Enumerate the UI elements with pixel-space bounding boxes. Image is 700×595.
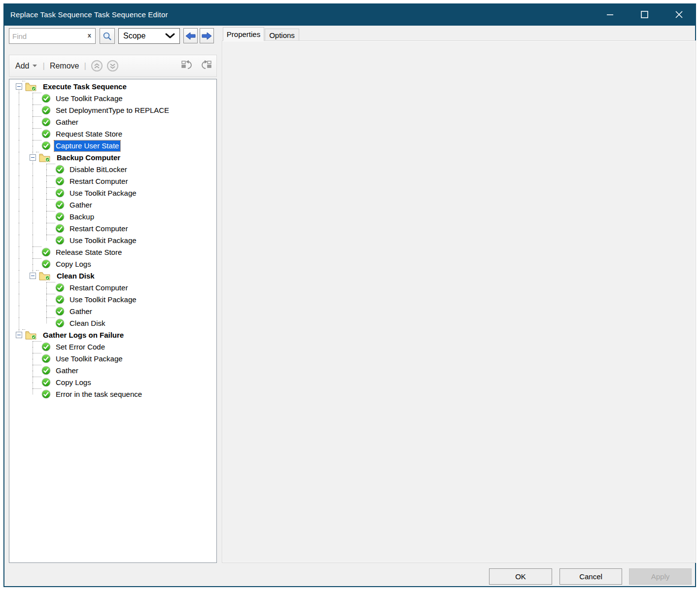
tree-item-label[interactable]: Gather bbox=[68, 200, 94, 210]
expand-toggle-icon[interactable] bbox=[16, 83, 22, 90]
tree-guide-line bbox=[33, 365, 33, 371]
tree-item-label[interactable]: Set DeploymentType to REPLACE bbox=[54, 105, 171, 116]
expand-toggle-icon[interactable] bbox=[16, 332, 22, 338]
tree-item-label[interactable]: Backup bbox=[68, 211, 96, 222]
move-up-button[interactable] bbox=[91, 60, 103, 71]
search-button[interactable] bbox=[100, 28, 115, 44]
tree-group-label[interactable]: Execute Task Sequence bbox=[41, 81, 128, 92]
redo-list-button[interactable] bbox=[199, 59, 212, 73]
tree-item-label[interactable]: Set Error Code bbox=[54, 342, 106, 352]
tree-item-row[interactable]: Restart Computer bbox=[9, 223, 216, 235]
check-circle-icon bbox=[55, 283, 65, 294]
tree-item-row[interactable]: Use Toolkit Package bbox=[9, 353, 216, 365]
cancel-button[interactable]: Cancel bbox=[560, 568, 622, 585]
tree-guide-line bbox=[33, 187, 33, 199]
move-down-button[interactable] bbox=[107, 60, 118, 71]
expand-toggle-icon[interactable] bbox=[30, 154, 36, 161]
tree-item-row[interactable]: Copy Logs bbox=[9, 258, 216, 270]
tree-item-row[interactable]: Use Toolkit Package bbox=[9, 294, 216, 306]
tree-item-label[interactable]: Gather bbox=[54, 117, 80, 128]
tree-item-row[interactable]: Restart Computer bbox=[9, 175, 216, 187]
apply-button[interactable]: Apply bbox=[629, 568, 692, 585]
tree-item-label[interactable]: Use Toolkit Package bbox=[68, 294, 138, 305]
tree-item-row[interactable]: Set DeploymentType to REPLACE bbox=[9, 105, 216, 116]
tree-guide-line bbox=[46, 170, 47, 175]
tree-item-label[interactable]: Request State Store bbox=[54, 129, 124, 140]
check-circle-icon bbox=[41, 94, 51, 105]
tree-item-label[interactable]: Disable BitLocker bbox=[68, 164, 129, 175]
tree-item-label[interactable]: Use Toolkit Package bbox=[54, 353, 124, 364]
tree-item-row[interactable]: Disable BitLocker bbox=[9, 164, 216, 175]
tree-group-label[interactable]: Gather Logs on Failure bbox=[41, 330, 125, 341]
tree-group-row[interactable]: Gather Logs on Failure bbox=[9, 329, 216, 341]
tree-item-row[interactable]: Gather bbox=[9, 365, 216, 377]
tree-guide-line bbox=[33, 359, 33, 365]
tree-item-label[interactable]: Error in the task sequence bbox=[54, 389, 143, 400]
tree-item-label[interactable]: Restart Computer bbox=[68, 223, 129, 234]
tree-item-row[interactable]: Gather bbox=[9, 199, 216, 211]
task-sequence-tree[interactable]: Execute Task SequenceUse Toolkit Package… bbox=[9, 79, 217, 563]
chevron-down-icon bbox=[165, 33, 175, 39]
tree-guide-line bbox=[19, 199, 19, 211]
tree-item-label[interactable]: Copy Logs bbox=[54, 259, 93, 270]
remove-button[interactable]: Remove bbox=[50, 62, 79, 70]
tree-item-label[interactable]: Clean Disk bbox=[68, 318, 107, 329]
tree-item-row[interactable]: Set Error Code bbox=[9, 341, 216, 353]
minimize-button[interactable] bbox=[595, 3, 624, 26]
tree-guide-line bbox=[46, 312, 47, 317]
window-title: Replace Task Sequence Task Sequence Edit… bbox=[3, 10, 168, 19]
tree-group-row[interactable]: Backup Computer bbox=[9, 152, 216, 164]
check-circle-icon bbox=[41, 366, 51, 377]
scope-dropdown[interactable]: Scope bbox=[118, 28, 180, 44]
tree-item-label[interactable]: Gather bbox=[68, 306, 94, 317]
tree-item-label[interactable]: Restart Computer bbox=[68, 282, 129, 293]
tree-guide-line bbox=[33, 258, 33, 264]
tree-item-row[interactable]: Capture User State bbox=[9, 140, 216, 152]
tree-item-label[interactable]: Copy Logs bbox=[54, 377, 93, 388]
tree-item-row[interactable]: Gather bbox=[9, 306, 216, 317]
tree-item-row[interactable]: Gather bbox=[9, 116, 216, 128]
tree-item-label[interactable]: Capture User State bbox=[54, 140, 120, 151]
title-bar[interactable]: Replace Task Sequence Task Sequence Edit… bbox=[3, 3, 696, 26]
find-input[interactable] bbox=[12, 29, 81, 43]
tree-group-row[interactable]: Execute Task Sequence bbox=[9, 81, 216, 93]
tree-item-label[interactable]: Gather bbox=[54, 365, 80, 376]
tree-item-row[interactable]: Use Toolkit Package bbox=[9, 187, 216, 199]
tree-item-row[interactable]: Restart Computer bbox=[9, 282, 216, 294]
check-circle-icon bbox=[41, 342, 51, 353]
tree-group-label[interactable]: Backup Computer bbox=[55, 152, 122, 163]
tree-item-row[interactable]: Backup bbox=[9, 211, 216, 223]
tree-item-label[interactable]: Use Toolkit Package bbox=[68, 188, 138, 199]
tree-guide-line bbox=[33, 383, 33, 388]
tree-item-row[interactable]: Release State Store bbox=[9, 246, 216, 258]
maximize-button[interactable] bbox=[630, 3, 659, 26]
tree-guide-line bbox=[33, 122, 33, 128]
tree-item-label[interactable]: Release State Store bbox=[54, 247, 123, 258]
tree-item-row[interactable]: Error in the task sequence bbox=[9, 388, 216, 400]
find-next-button[interactable] bbox=[200, 28, 214, 43]
tab-options[interactable]: Options bbox=[265, 29, 299, 41]
close-button[interactable] bbox=[665, 3, 693, 26]
find-previous-button[interactable] bbox=[183, 28, 198, 43]
tree-guide-line bbox=[47, 282, 55, 282]
tree-item-label[interactable]: Use Toolkit Package bbox=[54, 93, 124, 104]
expand-toggle-icon[interactable] bbox=[30, 273, 36, 279]
tab-properties[interactable]: Properties bbox=[223, 27, 264, 41]
tree-item-label[interactable]: Restart Computer bbox=[68, 176, 129, 187]
tree-item-row[interactable]: Clean Disk bbox=[9, 317, 216, 329]
undo-list-button[interactable] bbox=[181, 59, 194, 73]
clear-icon[interactable]: x bbox=[88, 32, 91, 39]
tree-guide-line bbox=[47, 223, 55, 223]
ok-button[interactable]: OK bbox=[489, 568, 552, 585]
tree-item-label[interactable]: Use Toolkit Package bbox=[68, 235, 138, 246]
tree-item-row[interactable]: Use Toolkit Package bbox=[9, 235, 216, 246]
tree-group-row[interactable]: Clean Disk bbox=[9, 270, 216, 282]
tree-item-row[interactable]: Use Toolkit Package bbox=[9, 93, 216, 105]
tree-guide-line bbox=[46, 300, 47, 306]
tree-group-label[interactable]: Clean Disk bbox=[55, 271, 96, 281]
tree-guide-line bbox=[33, 388, 33, 394]
add-button[interactable]: Add bbox=[15, 62, 29, 70]
tree-item-row[interactable]: Copy Logs bbox=[9, 377, 216, 388]
tree-item-row[interactable]: Request State Store bbox=[9, 128, 216, 140]
check-circle-icon bbox=[41, 354, 51, 365]
